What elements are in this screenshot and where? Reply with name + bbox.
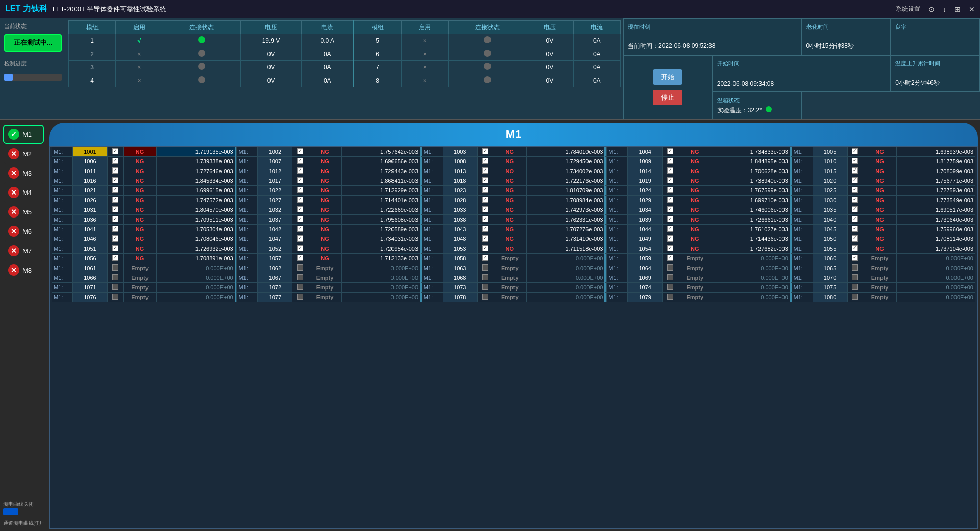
checkbox-checked[interactable]: [852, 167, 858, 174]
cell-checkbox[interactable]: [292, 263, 308, 273]
cell-checkbox[interactable]: [847, 283, 863, 293]
cell-checkbox[interactable]: [847, 147, 863, 157]
cell-checkbox[interactable]: [847, 166, 863, 176]
cell-checkbox[interactable]: [107, 234, 123, 244]
cell-checkbox[interactable]: [847, 157, 863, 166]
cell-checkbox[interactable]: [292, 293, 308, 302]
checkbox-unchecked[interactable]: [852, 284, 858, 290]
cell-checkbox[interactable]: [847, 263, 863, 273]
cell-checkbox[interactable]: [663, 176, 678, 186]
checkbox-checked[interactable]: [112, 226, 118, 232]
cell-checkbox[interactable]: [292, 225, 308, 234]
cell-checkbox[interactable]: [107, 205, 123, 215]
checkbox-unchecked[interactable]: [297, 264, 303, 271]
checkbox-checked[interactable]: [852, 255, 858, 261]
cell-checkbox[interactable]: [663, 166, 678, 176]
cell-checkbox[interactable]: [847, 244, 863, 254]
checkbox-unchecked[interactable]: [297, 294, 303, 300]
checkbox-checked[interactable]: [667, 148, 673, 154]
checkbox-checked[interactable]: [297, 158, 303, 164]
cell-checkbox[interactable]: [663, 283, 678, 293]
screen-icon[interactable]: ⊙: [928, 5, 935, 13]
checkbox-checked[interactable]: [297, 187, 303, 193]
cell-checkbox[interactable]: [107, 157, 123, 166]
module-btn-m1[interactable]: ✓ M1: [3, 125, 44, 144]
checkbox-unchecked[interactable]: [297, 274, 303, 280]
cell-checkbox[interactable]: [477, 176, 493, 186]
cell-checkbox[interactable]: [477, 254, 493, 263]
checkbox-checked[interactable]: [482, 255, 488, 261]
checkbox-checked[interactable]: [482, 167, 488, 174]
checkbox-unchecked[interactable]: [482, 264, 488, 271]
checkbox-checked[interactable]: [112, 206, 118, 212]
checkbox-checked[interactable]: [297, 216, 303, 222]
cell-checkbox[interactable]: [847, 176, 863, 186]
checkbox-checked[interactable]: [667, 158, 673, 164]
cell-checkbox[interactable]: [477, 186, 493, 196]
checkbox-unchecked[interactable]: [297, 284, 303, 290]
checkbox-checked[interactable]: [667, 187, 673, 193]
cell-checkbox[interactable]: [107, 225, 123, 234]
checkbox-checked[interactable]: [667, 177, 673, 183]
cell-checkbox[interactable]: [847, 215, 863, 225]
cell-checkbox[interactable]: [847, 254, 863, 263]
checkbox-checked[interactable]: [667, 245, 673, 251]
cell-checkbox[interactable]: [107, 273, 123, 283]
checkbox-checked[interactable]: [852, 216, 858, 222]
cell-checkbox[interactable]: [477, 166, 493, 176]
checkbox-unchecked[interactable]: [112, 284, 118, 290]
cell-checkbox[interactable]: [107, 215, 123, 225]
checkbox-checked[interactable]: [482, 177, 488, 183]
checkbox-checked[interactable]: [112, 158, 118, 164]
checkbox-checked[interactable]: [297, 148, 303, 154]
cell-checkbox[interactable]: [477, 157, 493, 166]
cell-checkbox[interactable]: [663, 205, 678, 215]
checkbox-checked[interactable]: [112, 148, 118, 154]
cell-checkbox[interactable]: [292, 196, 308, 205]
cell-checkbox[interactable]: [477, 205, 493, 215]
cell-checkbox[interactable]: [292, 283, 308, 293]
cell-checkbox[interactable]: [107, 176, 123, 186]
checkbox-checked[interactable]: [482, 216, 488, 222]
checkbox-checked[interactable]: [852, 197, 858, 203]
cell-checkbox[interactable]: [292, 176, 308, 186]
sys-settings-label[interactable]: 系统设置: [896, 5, 920, 13]
cell-checkbox[interactable]: [847, 186, 863, 196]
cell-checkbox[interactable]: [477, 263, 493, 273]
checkbox-unchecked[interactable]: [667, 264, 673, 271]
cell-checkbox[interactable]: [663, 147, 678, 157]
cell-checkbox[interactable]: [477, 234, 493, 244]
cell-checkbox[interactable]: [847, 293, 863, 302]
checkbox-checked[interactable]: [852, 226, 858, 232]
cell-checkbox[interactable]: [477, 293, 493, 302]
checkbox-unchecked[interactable]: [852, 264, 858, 271]
grid-icon[interactable]: ⊞: [954, 5, 961, 13]
cell-checkbox[interactable]: [847, 273, 863, 283]
cell-checkbox[interactable]: [107, 196, 123, 205]
module-btn-m2[interactable]: ✕ M2: [3, 144, 44, 163]
checkbox-checked[interactable]: [852, 206, 858, 212]
checkbox-checked[interactable]: [852, 187, 858, 193]
checkbox-checked[interactable]: [297, 167, 303, 174]
checkbox-unchecked[interactable]: [112, 274, 118, 280]
cell-checkbox[interactable]: [847, 196, 863, 205]
checkbox-unchecked[interactable]: [482, 294, 488, 300]
checkbox-checked[interactable]: [112, 245, 118, 251]
cell-checkbox[interactable]: [663, 263, 678, 273]
checkbox-checked[interactable]: [482, 148, 488, 154]
cell-checkbox[interactable]: [477, 196, 493, 205]
cell-checkbox[interactable]: [107, 263, 123, 273]
checkbox-checked[interactable]: [667, 226, 673, 232]
module-btn-m8[interactable]: ✕ M8: [3, 260, 44, 280]
start-button[interactable]: 开始: [653, 69, 682, 85]
cell-checkbox[interactable]: [292, 205, 308, 215]
checkbox-checked[interactable]: [112, 235, 118, 242]
module-btn-m4[interactable]: ✕ M4: [3, 183, 44, 202]
checkbox-unchecked[interactable]: [482, 274, 488, 280]
cell-checkbox[interactable]: [107, 254, 123, 263]
cell-checkbox[interactable]: [292, 254, 308, 263]
checkbox-checked[interactable]: [112, 167, 118, 174]
checkbox-unchecked[interactable]: [667, 294, 673, 300]
cell-checkbox[interactable]: [847, 205, 863, 215]
cell-checkbox[interactable]: [292, 186, 308, 196]
